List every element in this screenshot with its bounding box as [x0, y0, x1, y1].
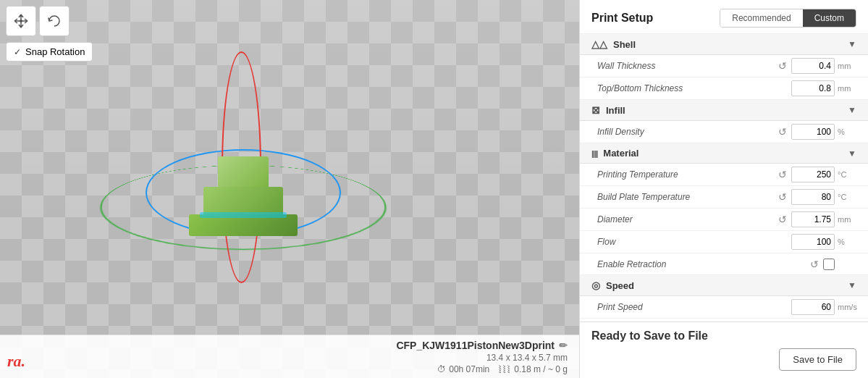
print-speed-label: Print Speed: [597, 302, 791, 312]
move-icon: [13, 13, 29, 29]
top-bottom-thickness-row: Top/Bottom Thickness mm: [580, 77, 868, 100]
3d-viewport: ✓ Snap Rotation CFP_KJW1911PistonNew3Dpr…: [0, 0, 579, 378]
infill-section-header[interactable]: ⊠ Infill ▼: [580, 100, 868, 121]
panel-header: Print Setup Recommended Custom: [580, 0, 868, 34]
enable-retraction-label: Enable Retraction: [597, 259, 809, 269]
snap-rotation-toggle[interactable]: ✓ Snap Rotation: [6, 42, 93, 62]
mode-tab-group: Recommended Custom: [720, 9, 856, 28]
panel-title: Print Setup: [591, 12, 653, 25]
printing-temp-row: Printing Temperature ↺ °C: [580, 164, 868, 186]
snap-check-icon: ✓: [14, 47, 21, 57]
speed-label: Speed: [606, 280, 634, 291]
print-speed-input[interactable]: [791, 299, 835, 315]
shell-section-header[interactable]: △△ Shell ▼: [580, 34, 868, 55]
infill-chevron-icon: ▼: [848, 105, 856, 115]
piston-model: [182, 156, 305, 236]
toolbar: [6, 6, 69, 36]
rotate-icon: [46, 13, 62, 29]
svg-point-0: [20, 20, 22, 22]
3d-scene: [98, 44, 388, 334]
piston-top: [218, 156, 269, 189]
ready-text: Ready to Save to File: [591, 329, 856, 343]
piston-mid: [203, 187, 283, 216]
diameter-row: Diameter ↺ mm: [580, 209, 868, 231]
enable-retraction-checkbox[interactable]: [823, 259, 835, 270]
printing-temp-input[interactable]: [791, 167, 835, 182]
snap-rotation-label: Snap Rotation: [25, 46, 85, 57]
build-plate-temp-label: Build Plate Temperature: [597, 192, 777, 202]
infill-density-label: Infill Density: [597, 127, 777, 137]
save-to-file-button[interactable]: Save to File: [779, 348, 856, 371]
infill-density-unit: %: [838, 127, 856, 136]
logo: ra.: [7, 352, 25, 371]
time-stat: ⏱ 00h 07min: [437, 364, 489, 374]
file-stats: ⏱ 00h 07min ⦚⦚⦚ 0.18 m / ~ 0 g: [437, 364, 568, 374]
rotate-tool-button[interactable]: [39, 6, 69, 36]
bottom-status-bar: CFP_KJW1911PistonNew3Dprint ✏ 13.4 x 13.…: [0, 335, 579, 378]
settings-list: △△ Shell ▼ Wall Thickness ↺ mm Top/Botto…: [580, 34, 868, 322]
file-name: CFP_KJW1911PistonNew3Dprint: [396, 340, 555, 351]
build-plate-temp-unit: °C: [838, 193, 856, 201]
flow-row: Flow %: [580, 231, 868, 253]
filament-stat: ⦚⦚⦚ 0.18 m / ~ 0 g: [498, 364, 568, 374]
infill-density-reset[interactable]: ↺: [777, 126, 788, 138]
infill-icon: ⊠: [591, 104, 600, 116]
infill-density-row: Infill Density ↺ %: [580, 121, 868, 143]
speed-section-header[interactable]: ◎ Speed ▼: [580, 275, 868, 296]
build-plate-temp-reset[interactable]: ↺: [777, 191, 788, 203]
shell-icon: △△: [591, 38, 607, 50]
diameter-label: Diameter: [597, 214, 777, 224]
wall-thickness-row: Wall Thickness ↺ mm: [580, 55, 868, 77]
print-speed-row: Print Speed mm/s: [580, 296, 868, 319]
filament-usage: 0.18 m / ~ 0 g: [514, 364, 568, 374]
top-bottom-thickness-unit: mm: [838, 84, 856, 93]
wall-thickness-label: Wall Thickness: [597, 61, 777, 71]
printing-temp-unit: °C: [838, 170, 856, 179]
diameter-input[interactable]: [791, 211, 835, 227]
flow-unit: %: [838, 238, 856, 246]
custom-tab[interactable]: Custom: [803, 9, 856, 27]
build-plate-temp-row: Build Plate Temperature ↺ °C: [580, 186, 868, 209]
wall-thickness-reset[interactable]: ↺: [777, 60, 788, 72]
move-tool-button[interactable]: [6, 6, 36, 36]
flow-label: Flow: [597, 237, 791, 247]
enable-retraction-row: Enable Retraction ↺: [580, 253, 868, 275]
wall-thickness-input[interactable]: [791, 58, 835, 74]
top-bottom-thickness-input[interactable]: [791, 80, 835, 96]
print-setup-panel: Print Setup Recommended Custom △△ Shell …: [579, 0, 868, 378]
filament-icon: ⦚⦚⦚: [498, 364, 511, 374]
material-section-header[interactable]: |||| Material ▼: [580, 143, 868, 164]
material-chevron-icon: ▼: [848, 148, 856, 159]
infill-label: Infill: [606, 105, 625, 116]
panel-footer: Ready to Save to File Save to File: [580, 322, 868, 378]
speed-icon: ◎: [591, 280, 600, 291]
infill-density-input[interactable]: [791, 124, 835, 140]
diameter-reset[interactable]: ↺: [777, 214, 788, 225]
file-dimensions: 13.4 x 13.4 x 5.7 mm: [486, 353, 568, 363]
wall-thickness-unit: mm: [838, 62, 856, 70]
print-time: 00h 07min: [449, 364, 489, 374]
material-label: Material: [603, 148, 639, 159]
printing-temp-label: Printing Temperature: [597, 169, 777, 180]
build-plate-temp-input[interactable]: [791, 189, 835, 205]
shell-label: Shell: [613, 39, 636, 50]
enable-retraction-reset[interactable]: ↺: [809, 259, 820, 270]
flow-input[interactable]: [791, 234, 835, 250]
top-bottom-thickness-label: Top/Bottom Thickness: [597, 83, 791, 93]
diameter-unit: mm: [838, 215, 856, 224]
print-speed-unit: mm/s: [838, 303, 856, 311]
piston-highlight: [200, 212, 287, 218]
printing-temp-reset[interactable]: ↺: [777, 169, 788, 180]
material-icon: ||||: [591, 149, 597, 158]
shell-chevron-icon: ▼: [848, 39, 856, 49]
recommended-tab[interactable]: Recommended: [720, 9, 802, 27]
speed-chevron-icon: ▼: [848, 280, 856, 290]
clock-icon: ⏱: [437, 364, 446, 374]
edit-filename-icon[interactable]: ✏: [559, 340, 568, 351]
